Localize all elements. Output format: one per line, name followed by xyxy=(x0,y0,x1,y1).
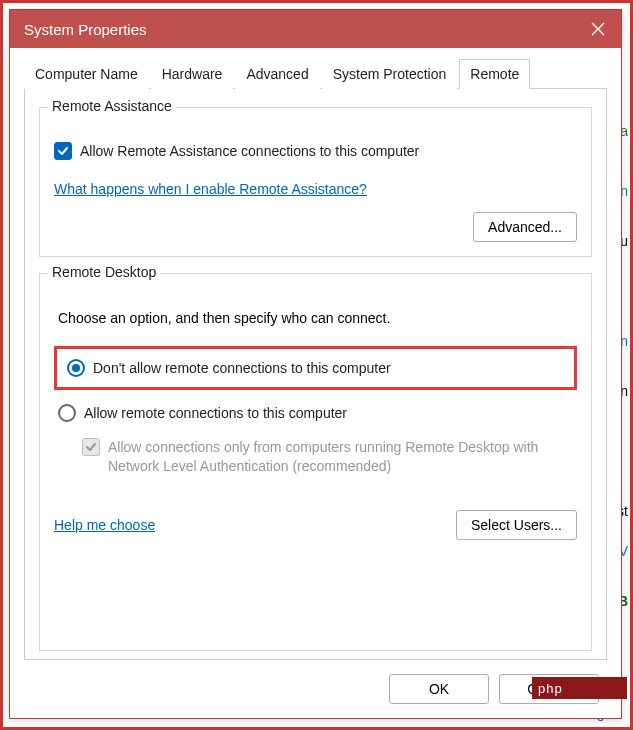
tab-panel-remote: Remote Assistance Allow Remote Assistanc… xyxy=(24,89,607,660)
close-button[interactable] xyxy=(575,10,621,48)
button-select-users[interactable]: Select Users... xyxy=(456,510,577,540)
row-nla: Allow connections only from computers ru… xyxy=(82,438,577,476)
highlight-dont-allow: Don't allow remote connections to this c… xyxy=(54,346,577,390)
tab-computer-name[interactable]: Computer Name xyxy=(24,59,149,89)
radio-dont-allow[interactable] xyxy=(67,359,85,377)
link-what-happens-remote-assistance[interactable]: What happens when I enable Remote Assist… xyxy=(54,181,367,197)
tab-strip: Computer Name Hardware Advanced System P… xyxy=(24,58,607,89)
annotation-border: a n u n n st V B System Properties Compu… xyxy=(0,0,633,730)
dialog-body: Computer Name Hardware Advanced System P… xyxy=(10,48,621,718)
button-ok[interactable]: OK xyxy=(389,674,489,704)
link-help-me-choose[interactable]: Help me choose xyxy=(54,517,155,533)
label-allow-remote-assistance: Allow Remote Assistance connections to t… xyxy=(80,143,419,159)
label-nla: Allow connections only from computers ru… xyxy=(108,438,577,476)
row-dont-allow: Don't allow remote connections to this c… xyxy=(63,359,568,377)
system-properties-window: System Properties Computer Name Hardware… xyxy=(9,9,622,719)
tab-advanced[interactable]: Advanced xyxy=(235,59,319,89)
label-allow: Allow remote connections to this compute… xyxy=(84,405,347,421)
titlebar: System Properties xyxy=(10,10,621,48)
legend-remote-desktop: Remote Desktop xyxy=(48,264,160,280)
row-allow: Allow remote connections to this compute… xyxy=(54,398,577,428)
checkmark-icon xyxy=(57,145,69,157)
text-choose-option: Choose an option, and then specify who c… xyxy=(58,310,577,326)
checkmark-icon xyxy=(85,441,97,453)
row-allow-remote-assistance: Allow Remote Assistance connections to t… xyxy=(54,142,577,160)
checkbox-nla xyxy=(82,438,100,456)
group-remote-assistance: Remote Assistance Allow Remote Assistanc… xyxy=(39,107,592,257)
label-dont-allow: Don't allow remote connections to this c… xyxy=(93,360,391,376)
tab-system-protection[interactable]: System Protection xyxy=(322,59,458,89)
group-remote-desktop: Remote Desktop Choose an option, and the… xyxy=(39,273,592,651)
tab-remote[interactable]: Remote xyxy=(459,59,530,89)
window-title: System Properties xyxy=(24,21,147,38)
radio-allow[interactable] xyxy=(58,404,76,422)
close-icon xyxy=(591,22,605,36)
button-advanced[interactable]: Advanced... xyxy=(473,212,577,242)
legend-remote-assistance: Remote Assistance xyxy=(48,98,176,114)
php-watermark: php xyxy=(532,677,627,699)
tab-hardware[interactable]: Hardware xyxy=(151,59,234,89)
dialog-button-row: OK Cancel xyxy=(24,660,607,704)
checkbox-allow-remote-assistance[interactable] xyxy=(54,142,72,160)
